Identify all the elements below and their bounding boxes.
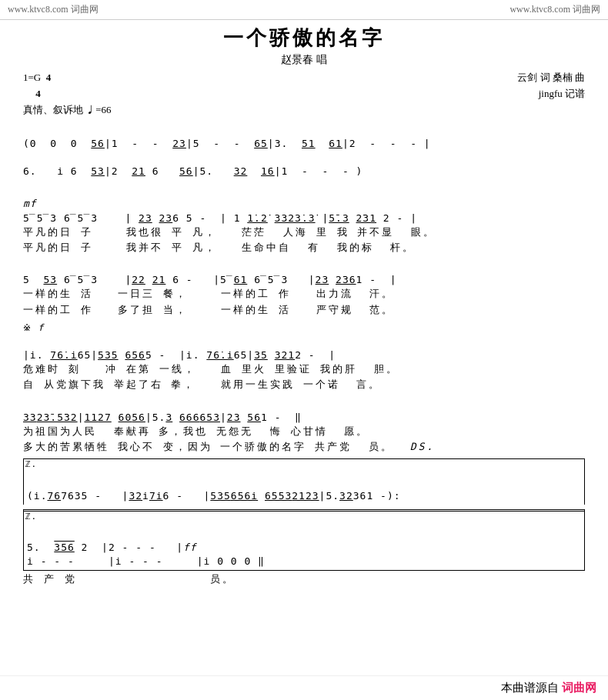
watermark-top: www.ktvc8.com 词曲网 www.ktvc8.com 词曲网 [0, 0, 608, 20]
footer-bar: 本曲谱源自 词曲网 [0, 675, 608, 700]
s2-lyrics2: 一样的工 作 多了担 当， 一样的生 活 严守规 范。 [23, 303, 585, 317]
s4-lyrics2: 多大的苦累牺牲 我心不 变，因为 一个骄傲的名字 共产党 员。 DS. [23, 440, 585, 454]
s1-notation: mf 5̅ 5̅ 3 6̅ 5̅ 3 | 23 236 5 - | 1 1̇.2… [23, 183, 585, 225]
footer-text: 本曲谱源自 [501, 681, 559, 695]
s1-lyrics2: 平凡的日 子 我并不 平 凡， 生命中自 有 我的标 杆。 [23, 241, 585, 255]
subtitle: 赵景春 唱 [23, 53, 585, 67]
intro-line: (0 0 0 56|1 - - 23|5 - - 65|3. 51 61|2 -… [23, 122, 585, 150]
title-section: 一个骄傲的名字 赵景春 唱 [23, 25, 585, 67]
s2-lyrics1: 一样的生 活 一日三 餐， 一样的工 作 出力流 汗。 [23, 287, 585, 301]
repeat-box: ℤ. (i̇.767635 - |32i̇7i̇6 - |535656i̇ 65… [23, 458, 585, 505]
s4-lyrics1: 为祖国为人民 奉献再 多，我也 无怨无 悔 心甘情 愿。 [23, 425, 585, 438]
composer: 云剑 词 桑楠 曲 [517, 70, 585, 86]
s1-lyrics1: 平凡的日 子 我也很 平 凡， 茫茫 人海 里 我 并不显 眼。 [23, 225, 585, 239]
final-box: ℤ. 5. 356 2 |2 - - - |ff i̇ - - - |i̇ - … [23, 509, 585, 572]
s3-notation: |i̇. 76̇.i̇65|535 6565 - |i̇. 76̇.i̇65|3… [23, 335, 585, 362]
notation: jingfu 记谱 [517, 86, 585, 102]
watermark-left: www.ktvc8.com 词曲网 [8, 3, 99, 16]
s2-notation: 5 53 6̅ 5̅ 3 |22 21 6 - |5̅ 61 6̅ 5̅ 3 |… [23, 259, 585, 287]
music-section: (0 0 0 56|1 - - 23|5 - - 65|3. 51 61|2 -… [23, 122, 585, 586]
header-row: 1=G 4 4 真情、叙诉地 ♩=66 云剑 词 桑楠 曲 jingfu 记谱 [23, 70, 585, 118]
footer-brand: 词曲网 [562, 681, 596, 695]
s3-mark: ※ f [23, 322, 585, 335]
song-title: 一个骄傲的名字 [23, 25, 585, 52]
style-tempo: 真情、叙诉地 ♩=66 [23, 104, 112, 115]
header-left: 1=G 4 4 真情、叙诉地 ♩=66 [23, 70, 112, 118]
s4-notation: 3323̄.5̄32|1127 6056|5.3 666653|23 561 -… [23, 396, 585, 424]
final-lyrics: 共 产 党 员。 [23, 572, 585, 586]
s3-lyrics1: 危难时 刻 冲 在第 一线， 血 里火 里验证 我的肝 胆。 [23, 362, 585, 376]
header-right: 云剑 词 桑楠 曲 jingfu 记谱 [517, 70, 585, 102]
intro-line2: 6. i̇ 6 53|2 21 6 56|5. 32 16|1 - - - ) [23, 151, 585, 178]
watermark-right: www.ktvc8.com 词曲网 [509, 3, 600, 16]
key-time: 1=G 4 4 [23, 72, 51, 99]
s3-lyrics2: 自 从党旗下我 举起了右 拳， 就用一生实践 一个诺 言。 [23, 378, 585, 392]
